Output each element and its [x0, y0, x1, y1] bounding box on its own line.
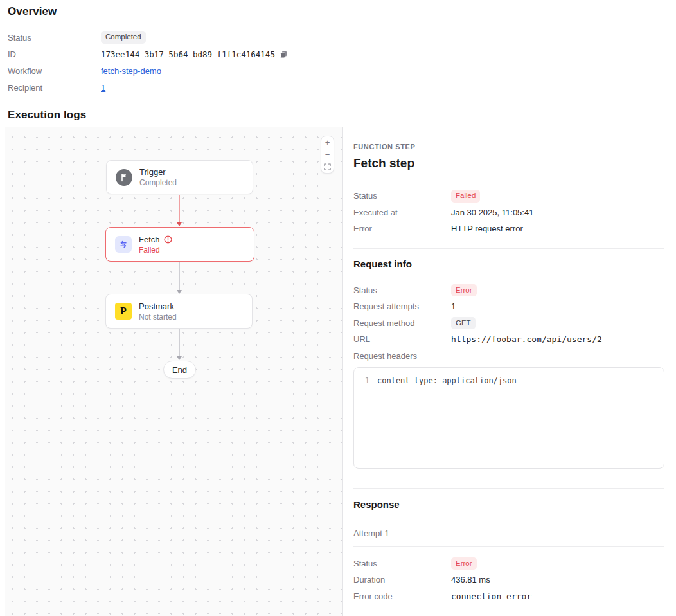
postmark-node-status: Not started [139, 313, 177, 322]
edge-fetch-to-postmark [179, 262, 180, 294]
overview-row-id: ID 173ee144-3b17-5b64-bd89-f1f1c4164145 [8, 46, 668, 62]
request-headers-label: Request headers [353, 351, 451, 361]
step-error-label: Error [353, 224, 451, 233]
step-error-row: Error HTTP request error [353, 221, 664, 237]
step-detail-panel: FUNCTION STEP Fetch step Status Failed E… [343, 127, 671, 616]
id-label: ID [8, 50, 101, 59]
recipient-link[interactable]: 1 [101, 83, 105, 93]
response-status-badge: Error [451, 557, 477, 570]
trigger-node-title: Trigger [139, 167, 177, 177]
step-title: Fetch step [353, 156, 664, 170]
execution-logs-container: Trigger Completed Fetch [5, 127, 671, 616]
request-method-badge: GET [451, 317, 476, 330]
attempt-label: Attempt 1 [353, 529, 389, 538]
flag-icon [116, 169, 132, 186]
workflow-canvas[interactable]: Trigger Completed Fetch [5, 127, 343, 616]
status-badge: Completed [101, 31, 146, 44]
request-headers-row: Request headers [353, 348, 664, 365]
request-info-heading: Request info [353, 258, 664, 269]
response-heading: Response [353, 499, 664, 510]
request-url-label: URL [353, 334, 451, 344]
executed-at-label: Executed at [353, 208, 451, 217]
fetch-node-status: Failed [139, 246, 172, 255]
edge-postmark-to-end [179, 329, 180, 360]
overview-row-workflow: Workflow fetch-step-demo [8, 62, 668, 79]
zoom-out-button[interactable]: − [321, 149, 334, 161]
executed-at-row: Executed at Jan 30 2025, 11:05:41 [353, 204, 664, 221]
step-status-badge: Failed [451, 190, 480, 203]
step-type-eyebrow: FUNCTION STEP [353, 143, 664, 150]
request-attempts-value: 1 [451, 302, 456, 311]
panel-divider [353, 488, 664, 489]
request-status-row: Status Error [353, 282, 664, 299]
request-status-label: Status [353, 285, 451, 295]
request-url-row: URL https://foobar.com/api/users/2 [353, 331, 664, 348]
overview-row-recipient: Recipient 1 [8, 79, 668, 96]
attempt-row: Attempt 1 [353, 525, 664, 542]
canvas-controls: + − [321, 136, 334, 174]
response-status-row: Status Error [353, 556, 664, 572]
fetch-node-title: Fetch [139, 235, 160, 244]
workflow-label: Workflow [8, 66, 101, 76]
trigger-node-status: Completed [139, 178, 177, 187]
request-headers-code-block[interactable]: 1 content-type: application/json [353, 367, 664, 469]
copy-icon [280, 50, 288, 59]
overview-section: Overview Status Completed ID 173ee144-3b… [8, 0, 668, 96]
fit-view-icon [324, 163, 331, 170]
response-error-code-row: Error code connection_error [353, 588, 664, 605]
status-label: Status [8, 33, 101, 42]
step-error-value: HTTP request error [451, 224, 523, 233]
workflow-node-trigger[interactable]: Trigger Completed [106, 160, 253, 194]
response-duration-label: Duration [353, 575, 451, 584]
workflow-link[interactable]: fetch-step-demo [101, 66, 161, 76]
recipient-label: Recipient [8, 83, 101, 93]
workflow-node-end[interactable]: End [163, 361, 196, 379]
code-line-text: content-type: application/json [377, 376, 517, 386]
postmark-node-title: Postmark [139, 302, 177, 311]
error-alert-icon [164, 235, 172, 244]
transaction-id-value: 173ee144-3b17-5b64-bd89-f1f1c4164145 [101, 50, 275, 59]
code-line: 1 content-type: application/json [362, 376, 656, 386]
step-status-row: Status Failed [353, 188, 664, 204]
panel-divider [353, 248, 664, 249]
step-status-label: Status [353, 191, 451, 201]
request-method-label: Request method [353, 318, 451, 328]
fit-view-button[interactable] [321, 161, 334, 173]
overview-heading: Overview [8, 5, 668, 18]
execution-logs-heading: Execution logs [8, 109, 668, 122]
edge-trigger-to-fetch [179, 195, 180, 226]
request-attempts-label: Request attempts [353, 302, 451, 311]
response-duration-row: Duration 436.81 ms [353, 572, 664, 588]
workflow-node-fetch[interactable]: Fetch Failed [105, 227, 254, 262]
code-line-number: 1 [362, 376, 369, 386]
overview-divider [8, 24, 668, 24]
response-status-label: Status [353, 559, 451, 568]
zoom-in-button[interactable]: + [321, 136, 334, 149]
overview-row-status: Status Completed [8, 29, 668, 46]
response-error-code-value: connection_error [451, 592, 531, 601]
copy-id-button[interactable] [280, 50, 288, 59]
executed-at-value: Jan 30 2025, 11:05:41 [451, 208, 533, 217]
request-status-badge: Error [451, 284, 477, 297]
response-duration-value: 436.81 ms [451, 575, 490, 584]
postmark-logo-icon: P [115, 303, 132, 320]
workflow-node-postmark[interactable]: P Postmark Not started [105, 294, 253, 329]
request-attempts-row: Request attempts 1 [353, 298, 664, 315]
request-url-value: https://foobar.com/api/users/2 [451, 334, 602, 344]
response-error-code-label: Error code [353, 592, 451, 601]
swap-arrows-icon [115, 236, 132, 253]
attempt-divider [353, 546, 664, 547]
request-method-row: Request method GET [353, 315, 664, 332]
